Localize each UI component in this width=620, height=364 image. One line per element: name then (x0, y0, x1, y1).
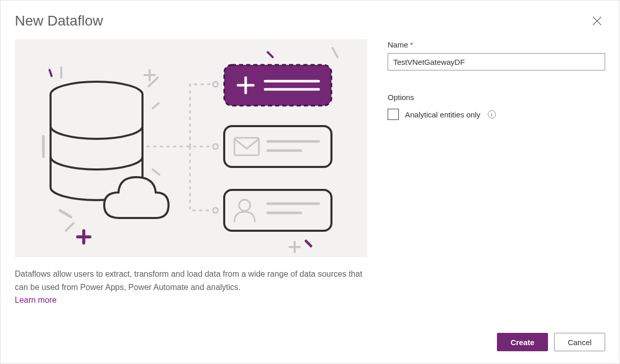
svg-rect-21 (224, 126, 331, 167)
name-label: Name* (388, 40, 605, 49)
left-column: Dataflows allow users to extract, transf… (15, 39, 367, 323)
learn-more-link[interactable]: Learn more (15, 296, 57, 305)
dialog-header: New Dataflow (15, 13, 605, 29)
required-indicator: * (410, 40, 413, 49)
dialog-title: New Dataflow (15, 13, 103, 29)
create-button[interactable]: Create (497, 333, 548, 351)
name-input[interactable] (388, 53, 605, 70)
cancel-button[interactable]: Cancel (554, 333, 605, 351)
svg-line-10 (306, 241, 311, 246)
dialog-footer: Create Cancel (15, 323, 605, 351)
dataflow-illustration (15, 39, 367, 257)
svg-point-15 (213, 82, 218, 87)
options-label: Options (388, 93, 605, 102)
description-text: Dataflows allow users to extract, transf… (15, 268, 367, 294)
analytical-checkbox[interactable] (388, 109, 399, 120)
info-icon[interactable]: i (488, 110, 496, 118)
svg-line-12 (153, 169, 159, 175)
svg-rect-25 (224, 190, 331, 231)
analytical-checkbox-row: Analytical entities only i (388, 109, 605, 120)
svg-line-8 (60, 210, 71, 217)
new-dataflow-dialog: New Dataflow (0, 0, 620, 364)
dialog-content: Dataflows allow users to extract, transf… (15, 39, 605, 323)
name-label-text: Name (388, 40, 408, 49)
close-icon (592, 16, 602, 26)
svg-line-9 (268, 52, 273, 57)
svg-line-2 (50, 70, 52, 76)
mail-card (224, 126, 331, 167)
analytical-checkbox-label: Analytical entities only (405, 110, 481, 119)
svg-line-11 (332, 48, 338, 57)
add-item-card (224, 65, 331, 106)
svg-point-17 (213, 208, 218, 213)
user-card (224, 190, 331, 231)
svg-point-16 (213, 144, 218, 149)
close-button[interactable] (589, 13, 605, 29)
svg-line-13 (153, 103, 159, 108)
svg-line-4 (66, 223, 74, 231)
right-column: Name* Options Analytical entities only i (388, 39, 605, 323)
